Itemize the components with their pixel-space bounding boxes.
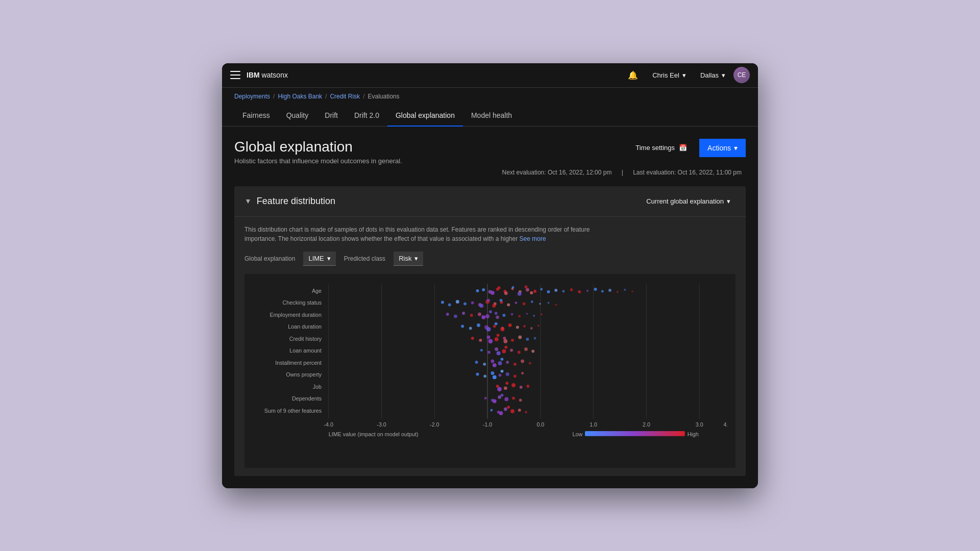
svg-point-150: [512, 396, 515, 399]
svg-point-68: [446, 313, 449, 316]
svg-point-154: [490, 409, 493, 411]
breadcrumb-sep: /: [325, 93, 327, 100]
actions-button[interactable]: Actions ▾: [699, 139, 746, 157]
svg-rect-173: [585, 431, 685, 436]
feature-distribution-section: ▼ Feature distribution Current global ex…: [234, 186, 746, 476]
svg-point-66: [492, 304, 496, 307]
global-explanation-label: Global explanation: [244, 255, 295, 262]
svg-text:-3.0: -3.0: [377, 421, 386, 428]
tab-global-explanation[interactable]: Global explanation: [387, 105, 463, 127]
svg-point-42: [498, 286, 501, 289]
lime-dropdown[interactable]: LIME ▾: [303, 252, 335, 266]
svg-point-77: [518, 315, 521, 317]
collapse-icon[interactable]: ▼: [244, 197, 252, 205]
svg-text:Low: Low: [573, 431, 583, 437]
svg-point-62: [548, 302, 550, 304]
svg-point-130: [476, 372, 479, 375]
header-actions: Time settings 📅 Actions ▾: [629, 139, 746, 157]
current-explanation-label: Current global explanation: [646, 197, 724, 205]
current-explanation-dropdown[interactable]: Current global explanation ▾: [641, 194, 736, 208]
svg-point-143: [526, 385, 529, 388]
region-label: Dallas: [700, 71, 719, 79]
svg-point-57: [507, 303, 510, 306]
svg-point-79: [533, 314, 535, 316]
breadcrumb-high-oaks[interactable]: High Oaks Bank: [278, 93, 322, 100]
svg-text:Job: Job: [313, 383, 322, 389]
svg-point-133: [499, 373, 502, 377]
hamburger-menu[interactable]: [230, 71, 240, 79]
page-header: Global explanation Holistic factors that…: [234, 139, 746, 165]
svg-text:Employment duration: Employment duration: [270, 311, 322, 317]
svg-point-90: [508, 323, 512, 327]
breadcrumb-deployments[interactable]: Deployments: [234, 93, 270, 100]
top-nav: IBM watsonx 🔔 Chris Eel ▾ Dallas ▾ CE: [222, 63, 758, 88]
svg-text:3.0: 3.0: [696, 421, 703, 428]
breadcrumb-sep: /: [273, 93, 275, 100]
svg-point-60: [531, 300, 533, 303]
svg-point-149: [504, 397, 508, 401]
avatar[interactable]: CE: [733, 67, 750, 83]
svg-point-71: [470, 314, 473, 317]
svg-point-151: [519, 398, 522, 402]
next-evaluation: Next evaluation: Oct 16, 2022, 12:00 pm: [502, 169, 612, 176]
section-description: This distribution chart is made of sampl…: [244, 225, 602, 243]
region-button[interactable]: Dallas ▾: [694, 63, 731, 88]
tab-drift2[interactable]: Drift 2.0: [346, 105, 387, 127]
svg-point-159: [525, 411, 527, 413]
actions-label: Actions: [707, 144, 731, 152]
svg-point-152: [493, 399, 497, 403]
notification-button[interactable]: 🔔: [622, 63, 644, 88]
svg-point-34: [586, 290, 589, 292]
svg-point-109: [503, 339, 507, 343]
avatar-initials: CE: [738, 71, 746, 79]
svg-point-153: [501, 393, 504, 396]
svg-point-64: [479, 304, 483, 308]
svg-text:1.0: 1.0: [590, 421, 597, 428]
svg-point-99: [479, 338, 482, 341]
tab-fairness[interactable]: Fairness: [234, 105, 278, 127]
svg-point-125: [513, 362, 517, 365]
tab-model-health[interactable]: Model health: [463, 105, 520, 127]
svg-point-135: [513, 374, 517, 378]
svg-point-67: [500, 298, 503, 302]
svg-point-76: [511, 313, 513, 315]
see-more-link[interactable]: See more: [520, 235, 546, 242]
svg-point-39: [624, 289, 626, 291]
svg-point-33: [578, 290, 581, 293]
svg-point-126: [521, 359, 524, 363]
app-container: IBM watsonx 🔔 Chris Eel ▾ Dallas ▾ CE: [222, 63, 758, 488]
user-name: Chris Eel: [652, 71, 679, 79]
tab-drift[interactable]: Drift: [316, 105, 346, 127]
page-subtitle: Holistic factors that influence model ou…: [234, 157, 402, 165]
svg-point-111: [487, 350, 491, 354]
tab-quality[interactable]: Quality: [278, 105, 317, 127]
risk-value: Risk: [399, 255, 411, 262]
svg-point-128: [493, 363, 497, 367]
svg-point-127: [529, 362, 531, 364]
page-title: Global explanation: [234, 139, 402, 155]
svg-point-80: [541, 313, 543, 315]
svg-text:0.0: 0.0: [536, 421, 544, 428]
svg-point-83: [496, 315, 499, 319]
svg-text:-1.0: -1.0: [483, 421, 493, 428]
risk-dropdown[interactable]: Risk ▾: [394, 252, 423, 266]
user-menu-button[interactable]: Chris Eel ▾: [646, 63, 692, 88]
svg-point-137: [493, 375, 497, 379]
svg-point-112: [495, 347, 498, 351]
svg-text:Credit history: Credit history: [289, 335, 322, 341]
svg-text:Installment percent: Installment percent: [275, 359, 322, 365]
time-settings-label: Time settings: [635, 144, 675, 152]
nav-right: 🔔 Chris Eel ▾ Dallas ▾ CE: [622, 63, 750, 88]
svg-point-91: [516, 325, 519, 329]
svg-point-93: [530, 327, 533, 329]
svg-point-36: [601, 290, 604, 292]
svg-point-69: [454, 314, 457, 318]
svg-point-52: [471, 301, 474, 304]
svg-text:-2.0: -2.0: [430, 421, 439, 428]
svg-point-104: [518, 335, 522, 339]
breadcrumb-credit-risk[interactable]: Credit Risk: [330, 93, 360, 100]
time-settings-button[interactable]: Time settings 📅: [629, 140, 693, 156]
svg-point-114: [510, 348, 513, 352]
svg-point-136: [521, 372, 524, 374]
svg-point-144: [497, 387, 502, 391]
